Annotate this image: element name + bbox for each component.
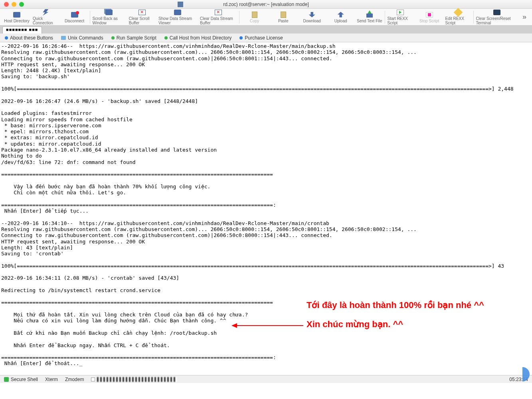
upload-button[interactable]: Upload <box>326 9 355 25</box>
unix-commands-button[interactable]: Unix Commands <box>61 35 103 41</box>
status-host-blurred <box>91 377 177 382</box>
about-buttons-button[interactable]: About these Buttons <box>5 35 53 41</box>
stop-icon <box>426 12 433 18</box>
status-bar: Secure Shell Xterm Zmodem 05:23:14 <box>0 375 532 383</box>
checkbox-icon <box>91 377 95 381</box>
show-data-stream-button[interactable]: Show Data Stream Viewer <box>157 9 198 25</box>
host-directory-button[interactable]: Host Directory <box>2 9 31 25</box>
dot-icon <box>239 36 243 40</box>
annotation-text-1: Tới đây là hoàn thành 100% rồi bạn nhé ^… <box>307 300 484 310</box>
annotation-arrow <box>231 323 303 328</box>
shield-icon <box>4 377 9 382</box>
disconnect-icon <box>71 12 78 18</box>
clear-icon <box>215 10 222 15</box>
window-icon <box>105 10 113 15</box>
send-file-icon <box>366 12 373 18</box>
scrollback-window-button[interactable]: Scroll Back as Window <box>91 9 127 25</box>
download-icon <box>309 12 315 18</box>
quick-connection-button[interactable]: Quick Connection <box>31 9 60 25</box>
paste-button[interactable]: Paste <box>269 9 298 25</box>
dot-icon <box>111 36 115 40</box>
dot-icon <box>5 36 8 40</box>
window-minimize-button[interactable] <box>12 2 16 7</box>
clear-data-stream-button[interactable]: Clear Data Stream Buffer <box>198 9 238 25</box>
terminal-icon <box>493 10 500 15</box>
terminal-output[interactable]: --2022-09-16 16:26:46-- https://raw.gith… <box>0 42 532 367</box>
run-sample-script-button[interactable]: Run Sample Script <box>111 35 156 41</box>
window-close-button[interactable] <box>4 2 9 7</box>
edit-rexx-button[interactable]: Edit REXX Script <box>444 9 473 25</box>
window-zoom-button[interactable] <box>19 2 24 7</box>
recaptcha-badge <box>515 367 530 381</box>
stop-script-button[interactable]: Stop Script <box>415 9 444 25</box>
clear-icon <box>138 10 146 15</box>
button-bar: About these Buttons Unix Commands Run Sa… <box>0 34 532 42</box>
tab-strip: ■■■■■■■ ■■■ <box>0 26 532 34</box>
status-secure-shell: Secure Shell <box>4 377 38 382</box>
call-host-button[interactable]: Call Host from Host Directory <box>164 35 231 41</box>
document-icon <box>178 2 183 7</box>
disconnect-button[interactable]: Disconnect <box>60 9 89 25</box>
edit-icon <box>453 8 463 17</box>
session-tab[interactable]: ■■■■■■■ ■■■ <box>2 26 42 34</box>
window-title: rd.zoc) root@server:~ [evaluation mode] <box>223 2 309 7</box>
status-zmodem: Zmodem <box>65 377 84 382</box>
start-rexx-button[interactable]: Start REXX Script <box>386 9 415 25</box>
viewer-icon <box>174 10 181 15</box>
clear-scroll-buffer-button[interactable]: Clear Scroll Buffer <box>127 9 157 25</box>
bolt-icon <box>43 9 48 16</box>
copy-icon <box>252 12 257 18</box>
toolbar-overflow-button[interactable]: » <box>519 13 530 21</box>
annotation-text-2: Xin chúc mừng bạn. ^^ <box>307 319 403 330</box>
upload-icon <box>338 12 344 18</box>
title-bar: rd.zoc) root@server:~ [evaluation mode] <box>0 0 532 9</box>
download-button[interactable]: Download <box>298 9 326 25</box>
dot-icon <box>164 36 168 40</box>
clear-screen-button[interactable]: Clear Screen/Reset Terminal <box>474 9 519 25</box>
paste-icon <box>281 12 286 18</box>
status-xterm: Xterm <box>45 377 58 382</box>
copy-button[interactable]: Copy <box>240 9 269 25</box>
main-toolbar: Host Directory Quick Connection Disconne… <box>0 9 532 26</box>
purchase-license-button[interactable]: Purchase License <box>239 35 283 41</box>
send-text-file-button[interactable]: Send Text File <box>355 9 384 25</box>
folder-icon <box>13 12 20 18</box>
folder-icon <box>61 36 66 40</box>
play-icon <box>397 10 404 15</box>
